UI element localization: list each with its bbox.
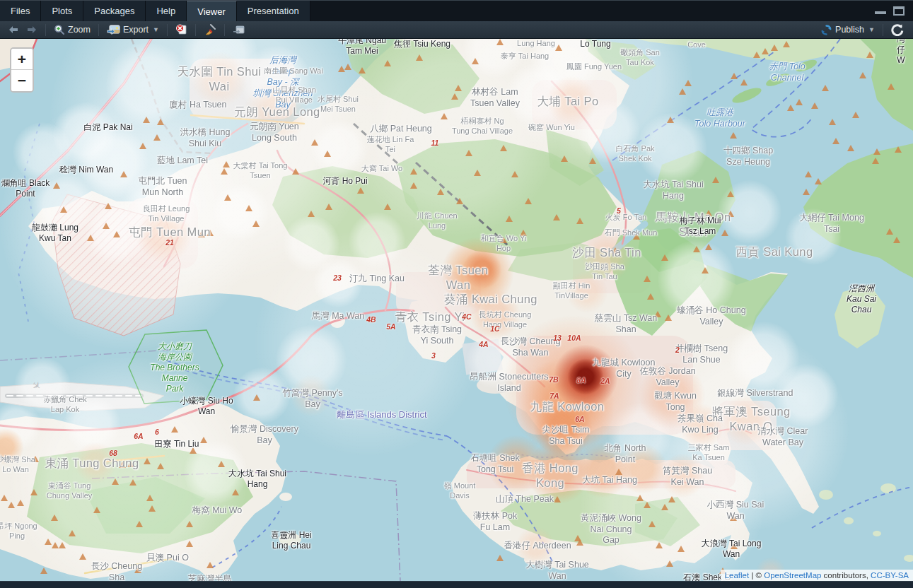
tab-viewer[interactable]: Viewer [187,1,237,21]
base-map-svg: ✈ [0,39,913,581]
license-link[interactable]: CC-BY-SA [871,571,909,580]
tab-help[interactable]: Help [146,1,187,21]
map-zoom-control: + − [10,47,34,93]
forward-button[interactable] [23,24,41,35]
publish-button[interactable]: Publish ▼ [817,23,878,37]
tab-packages[interactable]: Packages [83,1,146,21]
attribution-text: contributors, [821,571,871,580]
marine-park-boundary [129,330,223,404]
tab-bar: FilesPlotsPackagesHelpViewerPresentation [0,0,913,21]
minimize-icon[interactable] [875,8,886,14]
tab-plots[interactable]: Plots [41,1,83,21]
export-dropdown-caret: ▼ [153,26,159,33]
export-image-icon [107,25,120,35]
forward-arrow-icon [26,25,37,34]
broom-icon [204,24,216,35]
export-label: Export [123,25,149,35]
viewer-tabs: FilesPlotsPackagesHelpViewerPresentation [0,1,310,21]
zoom-out-button[interactable]: − [11,70,33,91]
tab-presentation[interactable]: Presentation [237,1,310,21]
tab-files[interactable]: Files [0,1,41,21]
magnifier-zoom-icon [54,24,65,35]
refresh-icon [891,23,904,36]
attribution-text: | © [749,571,764,580]
open-in-new-window-button[interactable] [229,23,248,36]
window-bottom-edge [0,581,913,588]
leaflet-map[interactable]: ✈ 后海灣 Deep Bay - 深 圳灣 Shenzhen Bay南生圍 Sa… [0,39,913,581]
toolbar-separator [195,24,196,36]
maximize-icon[interactable] [893,6,905,16]
back-button[interactable] [4,24,23,35]
toolbar-separator [883,24,883,36]
toolbar-separator [224,24,225,36]
zoom-in-button[interactable]: + [11,49,33,70]
zoom-button[interactable]: Zoom [50,23,94,37]
toolbar-separator [167,24,168,36]
publish-dropdown-caret: ▼ [868,26,875,33]
remove-viewer-item-button[interactable] [172,23,191,37]
new-window-icon [233,25,245,35]
publish-label: Publish [835,25,864,35]
publish-icon [820,24,832,36]
refresh-button[interactable] [888,22,907,37]
clear-all-button[interactable] [200,23,220,37]
window-controls [875,1,913,21]
back-arrow-icon [8,25,19,34]
toolbar-separator [45,24,46,36]
viewer-toolbar: Zoom Export ▼ [0,21,913,39]
leaflet-link[interactable]: Leaflet [725,571,750,580]
remove-x-icon [175,24,187,35]
export-button[interactable]: Export ▼ [103,23,163,37]
openstreetmap-link[interactable]: OpenStreetMap [764,571,821,580]
toolbar-separator [98,24,99,36]
zoom-label: Zoom [68,25,91,35]
map-attribution: Leaflet | © OpenStreetMap contributors, … [721,570,913,581]
